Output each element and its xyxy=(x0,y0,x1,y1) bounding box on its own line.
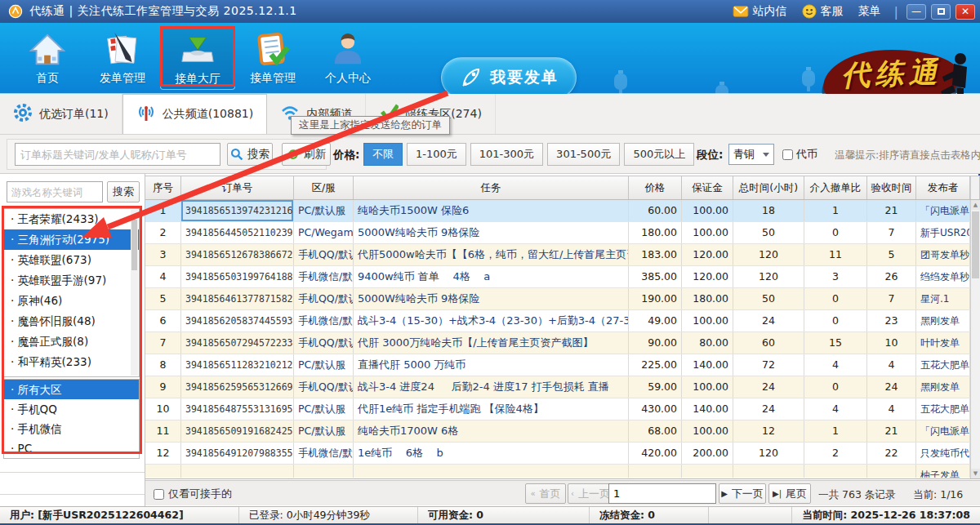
nav-item-home[interactable]: 首页 xyxy=(10,26,85,90)
order-row[interactable]: 139418565139742312161PC/默认服纯哈夫币1500W 保险6… xyxy=(145,200,980,222)
column-header-1[interactable]: 订单号 xyxy=(181,176,294,199)
scroll-down-arrow[interactable]: ▼ xyxy=(971,469,980,478)
nav-item-take-manage[interactable]: 接单管理 xyxy=(235,26,310,90)
rank-dropdown[interactable]: 青铜 xyxy=(728,144,774,165)
only-acceptable-checkbox-input[interactable] xyxy=(154,489,164,500)
service-label: 客服 xyxy=(821,4,844,19)
price-filter-option-2[interactable]: 101-300元 xyxy=(470,143,543,166)
order-row[interactable]: 239418564450521102395PC/Wegame5000W纯哈夫币 … xyxy=(145,222,980,244)
column-header-8[interactable]: 验收时间 xyxy=(867,176,916,199)
order-row[interactable]: 1239418564912079883551手机微信/默认服1e纯币 6格 b4… xyxy=(145,443,980,465)
order-cell: 26 xyxy=(867,266,916,287)
customer-service-button[interactable]: 客服 xyxy=(797,4,849,19)
maximize-button[interactable] xyxy=(931,4,951,20)
region-list-item[interactable]: 手机QQ xyxy=(4,399,139,419)
price-filter-option-1[interactable]: 1-100元 xyxy=(407,143,466,166)
order-cell: 39418565091916824255 xyxy=(181,420,294,442)
tab-public-channel[interactable]: 公共频道(10881) xyxy=(122,94,267,134)
tab-tooltip: 这里是上家指定发送给您的订单 xyxy=(291,116,450,135)
pagination-bar: 仅看可接手的 « 首页 ‹ 上一页 ▶ 下一页 ▶| 尾页 一共 763 条记录… xyxy=(145,480,980,505)
price-filter-option-3[interactable]: 301-500元 xyxy=(547,143,620,166)
order-cell: 柚子发单 xyxy=(916,465,970,478)
inbox-mail-button[interactable]: 站内信 xyxy=(728,4,792,19)
game-list-item[interactable]: 英雄联盟(673) xyxy=(4,250,139,270)
table-scroll-thumb[interactable] xyxy=(972,211,979,278)
game-list-item[interactable]: 英雄联盟手游(97) xyxy=(4,270,139,291)
refresh-button[interactable]: 刷新 xyxy=(282,143,331,166)
order-row[interactable]: 1039418564875531316951PC/默认服代肝1e纯币 指定手机端… xyxy=(145,398,980,420)
column-header-3[interactable]: 任务 xyxy=(354,176,629,199)
order-row-clipped[interactable]: 柚子发单 xyxy=(145,465,980,478)
order-row[interactable]: 739418565072945722334手机QQ/默认服代肝 3000万纯哈夫… xyxy=(145,332,980,354)
column-header-9[interactable]: 发布者 xyxy=(916,176,970,199)
order-search-input[interactable] xyxy=(15,143,220,166)
page-number-input[interactable] xyxy=(608,483,716,504)
publish-order-button[interactable]: 我要发单 xyxy=(441,57,577,98)
game-list-scrollbar[interactable] xyxy=(131,210,138,376)
menu-button[interactable]: 菜单 xyxy=(853,4,886,19)
order-cell: 0 xyxy=(804,288,867,309)
game-list-item[interactable]: 魔兽怀旧服(48) xyxy=(4,311,139,331)
nav-item-user-center[interactable]: 个人中心 xyxy=(310,26,385,90)
search-button-label: 搜索 xyxy=(247,147,270,162)
column-header-5[interactable]: 保证金 xyxy=(682,176,733,199)
status-login-time: 已登录: 0小时49分钟39秒 xyxy=(239,507,418,523)
next-page-button[interactable]: ▶ 下一页 xyxy=(719,483,766,504)
order-cell: 7 xyxy=(867,222,916,243)
game-list-item[interactable]: 和平精英(233) xyxy=(4,352,139,372)
order-cell: PC/默认服 xyxy=(294,398,354,420)
region-list-item[interactable]: 所有大区 xyxy=(4,380,139,399)
price-filter-option-0[interactable]: 不限 xyxy=(363,143,403,166)
order-cell: 0 xyxy=(804,376,867,398)
token-checkbox-input[interactable] xyxy=(782,149,793,160)
tab-preferred-orders[interactable]: 优选订单(11) xyxy=(0,94,122,134)
order-row[interactable]: 339418565126783866727手机QQ/默认服代肝5000w哈夫币【… xyxy=(145,244,980,266)
last-page-button[interactable]: ▶| 尾页 xyxy=(768,483,811,504)
token-checkbox[interactable]: 代币 xyxy=(782,147,817,162)
first-page-button[interactable]: « 首页 xyxy=(525,483,566,504)
game-list-item-clipped[interactable] xyxy=(4,372,139,377)
price-filter-option-4[interactable]: 500元以上 xyxy=(624,143,694,166)
close-button[interactable]: ✕ xyxy=(956,4,975,20)
order-row[interactable]: 939418562595653126695手机QQ/默认服战斗3-4 进度24 … xyxy=(145,376,980,398)
only-acceptable-checkbox[interactable]: 仅看可接手的 xyxy=(154,487,232,501)
order-cell: 黑刚发单 xyxy=(916,310,970,331)
order-cell: 星河.1 xyxy=(916,288,970,309)
take-hall-icon xyxy=(179,32,216,69)
game-search-input[interactable] xyxy=(7,181,103,202)
orders-table-body: 139418565139742312161PC/默认服纯哈夫币1500W 保险6… xyxy=(145,200,980,478)
nav-item-take-hall[interactable]: 接单大厅 xyxy=(160,26,235,90)
order-cell xyxy=(354,465,629,478)
game-search-button[interactable]: 搜索 xyxy=(107,181,140,202)
table-scrollbar[interactable]: ▲ ▼ xyxy=(970,200,980,478)
minimize-button[interactable]: — xyxy=(906,4,926,20)
game-list-item[interactable]: 三角洲行动(2975) xyxy=(4,229,139,250)
game-list-item[interactable]: 原神(46) xyxy=(4,291,139,311)
table-bottom-border xyxy=(145,478,980,479)
column-header-0[interactable]: 序号 xyxy=(145,176,181,199)
order-row[interactable]: 1139418565091916824255PC/默认服纯哈夫币1700W 6格… xyxy=(145,420,980,443)
order-cell: 120 xyxy=(733,266,804,287)
order-row[interactable]: 439418565031997641880手机微信/默认服9400w纯币 首单 … xyxy=(145,266,980,288)
order-row[interactable]: 839418565112832102122PC/默认服直播代肝 5000 万纯币… xyxy=(145,354,980,376)
order-cell: 手机QQ/默认服 xyxy=(294,332,354,354)
column-header-6[interactable]: 总时间(小时) xyxy=(733,176,804,199)
column-header-2[interactable]: 区/服 xyxy=(294,176,354,199)
game-list-scroll-thumb[interactable] xyxy=(131,220,137,270)
column-header-4[interactable]: 价格 xyxy=(629,176,682,199)
tab-label: 优选订单(11) xyxy=(39,107,109,122)
order-cell: 9400w纯币 首单 4格 a xyxy=(354,266,629,287)
game-list-item[interactable]: 魔兽正式服(8) xyxy=(4,331,139,352)
region-list-item[interactable]: 手机微信 xyxy=(4,419,139,438)
prev-page-button[interactable]: ‹ 上一页 xyxy=(568,483,613,504)
scroll-up-arrow[interactable]: ▲ xyxy=(971,200,980,210)
game-list-item[interactable]: 王者荣耀(2433) xyxy=(4,209,139,229)
order-row[interactable]: 639418562058374455939手机微信/默认服战斗3-4（15-30… xyxy=(145,310,980,332)
order-row[interactable]: 539418564613778715828手机QQ/默认服5000W纯哈夫币 9… xyxy=(145,288,980,310)
channel-tabs: 优选订单(11)公共频道(10881)内部频道陪练专区(274) xyxy=(0,94,980,134)
region-list-item[interactable]: PC xyxy=(4,438,139,458)
column-header-7[interactable]: 介入撤单比 xyxy=(804,176,867,199)
order-cell: 4 xyxy=(804,354,867,376)
nav-item-send-manage[interactable]: 发单管理 xyxy=(85,26,160,90)
order-search-button[interactable]: 搜索 xyxy=(227,143,273,166)
